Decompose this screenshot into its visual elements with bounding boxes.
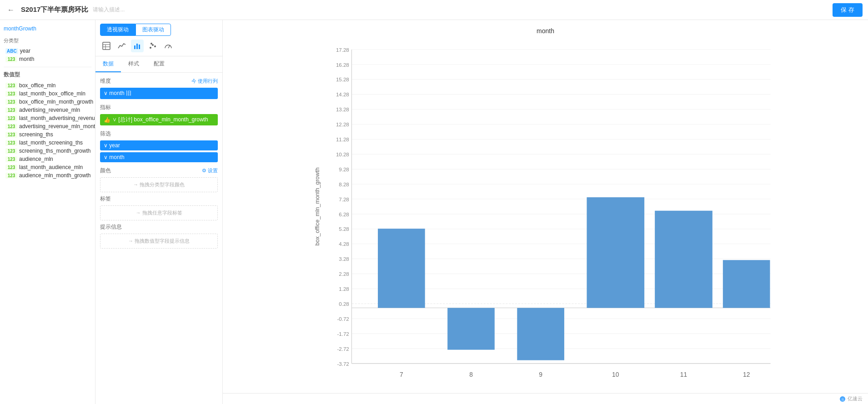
sidebar-field-screening_ths_month_growth[interactable]: 123screening_ths_month_growth — [4, 147, 91, 155]
field-label: advertising_revenue_mln_month_growth — [19, 123, 95, 130]
sidebar-field-screening_ths[interactable]: 123screening_ths — [4, 130, 91, 139]
sidebar-field-audience_mln_month_growth[interactable]: 123audience_mln_month_growth — [4, 171, 91, 180]
back-button[interactable]: ← — [5, 4, 16, 16]
sidebar-field-audience_mln[interactable]: 123audience_mln — [4, 155, 91, 163]
field-badge-123: 123 — [5, 140, 17, 146]
y-tick-1728: 17.28 — [336, 47, 349, 53]
field-label: box_office_mln_month_growth — [19, 99, 93, 105]
bar-7[interactable] — [378, 229, 425, 308]
sidebar-field-last_month_audience_mln[interactable]: 123last_month_audience_mln — [4, 163, 91, 171]
x-label-7: 7 — [400, 371, 403, 378]
chart-driven-button[interactable]: 图表驱动 — [135, 24, 171, 36]
dimension-month-chip[interactable]: ∨ month 旧 — [100, 88, 218, 99]
y-tick-528: 5.28 — [339, 226, 349, 232]
main-layout: monthGrowth 分类型 ABC year 123 month 数值型 1… — [0, 20, 868, 404]
field-badge-123: 123 — [5, 83, 17, 89]
value-section-title: 数值型 — [4, 71, 91, 79]
page-description[interactable]: 请输入描述... — [93, 6, 828, 14]
svg-point-10 — [151, 43, 152, 45]
dimension-action[interactable]: 今 使用行列 — [191, 78, 218, 85]
sidebar-field-month[interactable]: 123 month — [4, 55, 91, 63]
sidebar-divider — [4, 67, 91, 67]
sidebar-field-last_month_box_office_mln[interactable]: 123last_month_box_office_mln — [4, 90, 91, 98]
y-tick-n072: -0.72 — [337, 316, 349, 322]
x-label-11: 11 — [680, 371, 687, 378]
line-chart-icon[interactable] — [115, 40, 128, 52]
field-badge-abc: ABC — [5, 48, 18, 54]
sidebar-field-year[interactable]: ABC year — [4, 47, 91, 55]
field-label: last_month_advertising_revenue_mln — [19, 115, 95, 121]
y-tick-n272: -2.72 — [337, 346, 349, 352]
left-sidebar: monthGrowth 分类型 ABC year 123 month 数值型 1… — [0, 20, 95, 404]
chart-type-icons — [100, 40, 218, 52]
svg-text:云: 云 — [841, 398, 844, 401]
bar-chart-svg: box_office_mln_month_growth — [230, 39, 861, 395]
tooltip-dropzone[interactable]: → 拖拽数值型字段提示信息 — [100, 234, 218, 249]
table-chart-icon[interactable] — [100, 40, 113, 52]
y-tick-628: 6.28 — [339, 212, 349, 217]
field-badge-123: 123 — [5, 91, 17, 97]
tab-config[interactable]: 配置 — [146, 56, 172, 72]
filter-month-chip[interactable]: ∨ month — [100, 152, 218, 162]
perspective-driven-button[interactable]: 透视驱动 — [100, 24, 135, 36]
sidebar-field-box_office_mln[interactable]: 123box_office_mln — [4, 81, 91, 90]
bar-12[interactable] — [723, 260, 770, 308]
field-badge-123: 123 — [5, 148, 17, 154]
dimension-label: 维度 — [100, 77, 111, 85]
field-badge-123: 123 — [5, 99, 17, 105]
category-section-title: 分类型 — [4, 37, 91, 44]
metric-chip[interactable]: 👍 ∨ [总计] box_office_mln_month_growth — [100, 114, 218, 125]
svg-point-7 — [150, 47, 151, 49]
panel-tabs: 数据 样式 配置 — [95, 56, 222, 73]
y-tick-728: 7.28 — [339, 197, 349, 202]
label-label: 标签 — [100, 195, 111, 203]
bar-9[interactable] — [517, 308, 564, 360]
month-growth-link[interactable]: monthGrowth — [4, 25, 91, 32]
y-tick-1028: 10.28 — [336, 152, 349, 157]
sidebar-field-last_month_screening_ths[interactable]: 123last_month_screening_ths — [4, 139, 91, 147]
color-section-row: 颜色 ⚙ 设置 — [100, 167, 218, 175]
color-label: 颜色 — [100, 167, 111, 175]
dimension-section-row: 维度 今 使用行列 — [100, 77, 218, 85]
label-section-row: 标签 — [100, 195, 218, 203]
page-title: S2017下半年票房环比 — [21, 5, 88, 14]
y-tick-1628: 16.28 — [336, 62, 349, 68]
tab-style[interactable]: 样式 — [121, 56, 146, 72]
x-label-9: 9 — [539, 371, 542, 378]
save-button[interactable]: 保 存 — [833, 3, 863, 17]
sidebar-field-advertising_revenue_mln[interactable]: 123advertising_revenue_mln — [4, 106, 91, 114]
field-label-year: year — [20, 48, 30, 54]
field-badge-123: 123 — [5, 156, 17, 162]
metric-chip-label: ∨ [总计] box_office_mln_month_growth — [112, 116, 208, 124]
tab-data[interactable]: 数据 — [95, 56, 121, 72]
y-tick-n372: -3.72 — [337, 361, 349, 367]
color-setting-action[interactable]: ⚙ 设置 — [202, 167, 218, 174]
bar-chart-icon[interactable] — [131, 40, 144, 52]
filter-label: 筛选 — [100, 130, 111, 138]
color-dropzone[interactable]: → 拖拽分类型字段颜色 — [100, 177, 218, 192]
sidebar-field-advertising_revenue_mln_month_growth[interactable]: 123advertising_revenue_mln_month_growth — [4, 122, 91, 130]
field-label: last_month_screening_ths — [19, 140, 83, 146]
bottom-bar: 云 亿速云 — [223, 393, 868, 404]
bar-8[interactable] — [447, 308, 495, 350]
y-tick-n172: -1.72 — [337, 331, 349, 337]
metric-section-row: 指标 — [100, 104, 218, 111]
tooltip-section-row: 提示信息 — [100, 223, 218, 231]
field-label-month: month — [19, 56, 34, 62]
filter-year-chip[interactable]: ∨ year — [100, 140, 218, 150]
sidebar-field-box_office_mln_month_growth[interactable]: 123box_office_mln_month_growth — [4, 98, 91, 106]
middle-panel: 透视驱动 图表驱动 — [95, 20, 223, 404]
sidebar-field-last_month_advertising_revenue_mln[interactable]: 123last_month_advertising_revenue_mln — [4, 114, 91, 122]
scatter-chart-icon[interactable] — [146, 40, 159, 52]
chart-title: month — [230, 27, 861, 35]
field-label: advertising_revenue_mln — [19, 107, 80, 113]
bar-10[interactable] — [587, 197, 644, 308]
field-label: audience_mln_month_growth — [19, 172, 90, 179]
bar-11[interactable] — [655, 211, 712, 308]
gauge-chart-icon[interactable] — [162, 40, 175, 52]
topbar: ← S2017下半年票房环比 请输入描述... 保 存 — [0, 0, 868, 20]
metric-icon: 👍 — [104, 117, 110, 123]
label-dropzone[interactable]: → 拖拽任意字段标签 — [100, 205, 218, 220]
y-tick-1528: 15.28 — [336, 77, 349, 82]
y-tick-1328: 13.28 — [336, 107, 349, 112]
